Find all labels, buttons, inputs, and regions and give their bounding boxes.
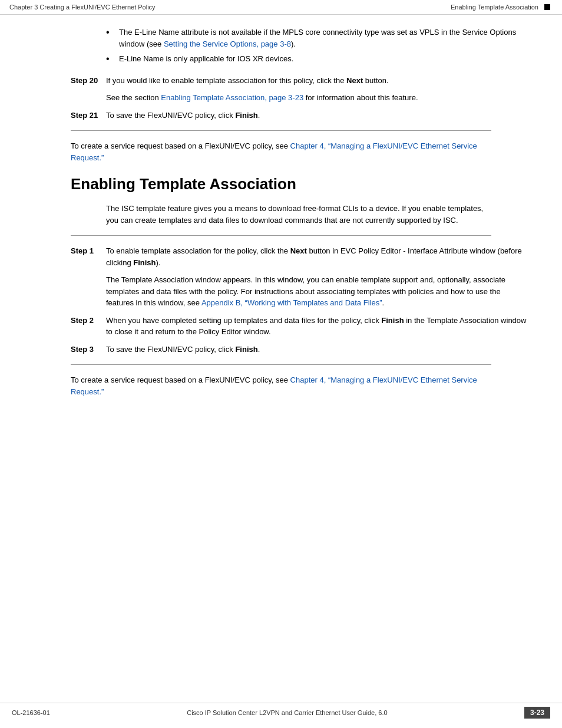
bullet-section: • The E-Line Name attribute is not avail… <box>106 27 527 65</box>
main-content: • The E-Line Name attribute is not avail… <box>0 15 562 421</box>
step-row-21: Step 21 To save the FlexUNI/EVC policy, … <box>71 110 527 121</box>
bullet-dot-1: • <box>106 27 115 50</box>
page-footer: OL-21636-01 Cisco IP Solution Center L2V… <box>0 703 562 719</box>
step-label-21: Step 21 <box>71 110 106 121</box>
footer-title: Cisco IP Solution Center L2VPN and Carri… <box>187 709 387 716</box>
note-box-second: To create a service request based on a F… <box>71 374 491 397</box>
bullet-item-2: • E-Line Name is only applicable for IOS… <box>106 53 527 65</box>
section-heading: Enabling Template Association <box>71 175 527 193</box>
divider-2 <box>71 235 491 236</box>
step-content-20: If you would like to enable template ass… <box>106 75 527 87</box>
divider-1 <box>71 130 491 131</box>
step-row-2: Step 2 When you have completed setting u… <box>71 315 527 338</box>
bullet-text-1: The E-Line Name attribute is not availab… <box>119 27 527 50</box>
link-appendix-b[interactable]: Appendix B, “Working with Templates and … <box>201 298 382 307</box>
step-sub-20: See the section Enabling Template Associ… <box>106 92 527 104</box>
footer-doc-id: OL-21636-01 <box>12 709 50 716</box>
step-row-3: Step 3 To save the FlexUNI/EVC policy, c… <box>71 344 527 355</box>
step-row-20: Step 20 If you would like to enable temp… <box>71 75 527 87</box>
step-label-3: Step 3 <box>71 344 106 355</box>
link-template-assoc-page[interactable]: Enabling Template Association, page 3-23 <box>161 93 303 102</box>
footer-page-number: 3-23 <box>524 707 550 719</box>
header-square-icon <box>544 4 550 10</box>
header-chapter: Chapter 3 Creating a FlexUNI/EVC Etherne… <box>9 4 156 11</box>
bullet-item-1: • The E-Line Name attribute is not avail… <box>106 27 527 50</box>
link-chapter4-second[interactable]: Chapter 4, “Managing a FlexUNI/EVC Ether… <box>71 375 477 396</box>
header-section: Enabling Template Association <box>451 4 550 11</box>
divider-3 <box>71 364 491 365</box>
bullet-dot-2: • <box>106 53 115 65</box>
step-row-1: Step 1 To enable template association fo… <box>71 245 527 268</box>
step-content-21: To save the FlexUNI/EVC policy, click Fi… <box>106 110 527 121</box>
step-content-1: To enable template association for the p… <box>106 245 527 268</box>
section-description: The ISC template feature gives you a mea… <box>106 203 491 226</box>
note-box-first: To create a service request based on a F… <box>71 140 491 163</box>
step-content-3: To save the FlexUNI/EVC policy, click Fi… <box>106 344 527 355</box>
page-header: Chapter 3 Creating a FlexUNI/EVC Etherne… <box>0 0 562 15</box>
link-chapter4-first[interactable]: Chapter 4, “Managing a FlexUNI/EVC Ether… <box>71 141 477 162</box>
step-label-2: Step 2 <box>71 315 106 338</box>
bullet-text-2: E-Line Name is only applicable for IOS X… <box>119 53 293 65</box>
step-sub-1: The Template Association window appears.… <box>106 274 527 309</box>
step-content-2: When you have completed setting up templ… <box>106 315 527 338</box>
link-service-options[interactable]: Setting the Service Options, page 3-8 <box>164 39 291 48</box>
step-label-1: Step 1 <box>71 245 106 268</box>
step-label-20: Step 20 <box>71 75 106 87</box>
